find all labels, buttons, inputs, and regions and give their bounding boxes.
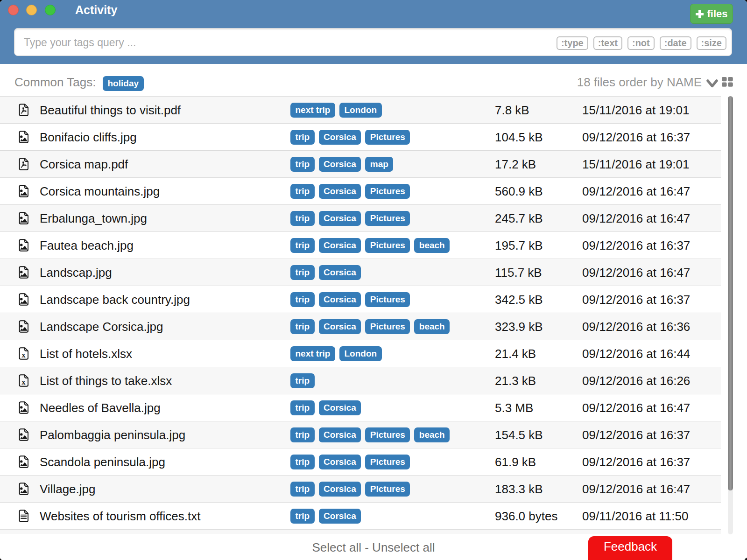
svg-text:x: x: [21, 350, 26, 359]
svg-text:x: x: [21, 378, 26, 386]
